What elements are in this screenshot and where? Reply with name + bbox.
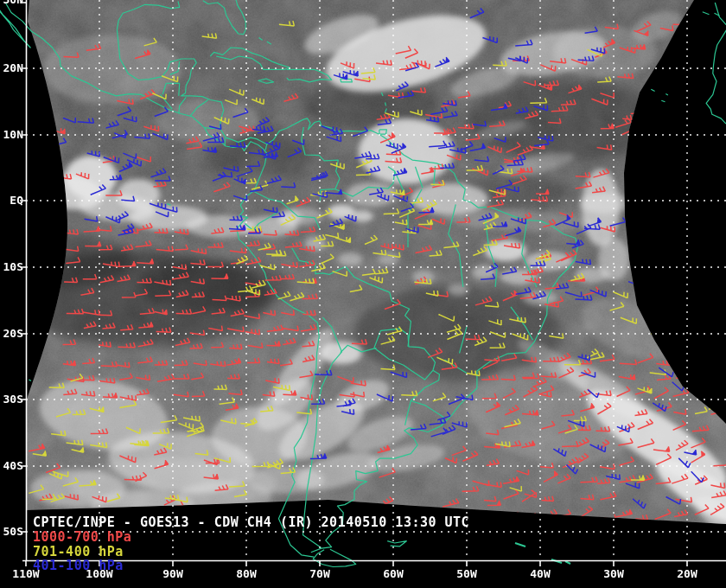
satellite-wind-map: 30N 20N 10N EQ 10S 20S 30S 40S 50S 110W … bbox=[0, 0, 726, 588]
lat-axis-label: 30N bbox=[0, 0, 23, 6]
lon-axis-label: 40W bbox=[521, 568, 559, 580]
lat-axis-label: 10S bbox=[0, 261, 23, 273]
legend-item-high-level: 401-100 hPa bbox=[33, 558, 124, 573]
lon-axis-label: 90W bbox=[154, 568, 192, 580]
lat-axis-label: 30S bbox=[0, 393, 23, 406]
lon-axis-label: 30W bbox=[595, 568, 633, 580]
lat-axis-label: 50S bbox=[0, 526, 23, 538]
map-canvas bbox=[0, 0, 726, 588]
legend-item-low-level: 1000-700 hPa bbox=[33, 529, 131, 545]
lon-axis-label: 50W bbox=[448, 568, 486, 580]
map-title: CPTEC/INPE - GOES13 - CDW CH4 (IR) 20140… bbox=[33, 514, 469, 530]
lat-axis-label: EQ bbox=[0, 195, 23, 207]
lon-axis-label: 60W bbox=[374, 568, 412, 580]
lat-axis-label: 10N bbox=[0, 129, 23, 141]
lon-axis-label: 70W bbox=[301, 568, 339, 580]
lat-axis-label: 20N bbox=[0, 62, 23, 74]
lon-axis-label: 80W bbox=[227, 568, 265, 580]
lat-axis-label: 20S bbox=[0, 328, 23, 340]
lon-axis-label: 20W bbox=[668, 568, 706, 580]
lat-axis-label: 40S bbox=[0, 460, 23, 472]
